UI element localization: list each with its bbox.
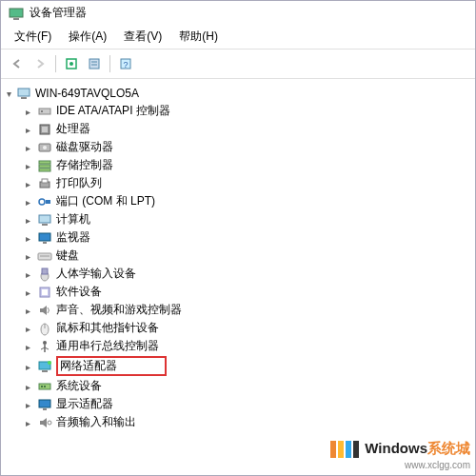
chevron-right-icon[interactable]: ▸	[22, 322, 33, 335]
tree-item-label: 系统设备	[56, 378, 102, 394]
svg-rect-11	[39, 109, 50, 114]
tree-item-ide[interactable]: ▸IDE ATA/ATAPI 控制器	[3, 102, 473, 120]
usb-icon	[37, 339, 52, 354]
tree-item-monitor[interactable]: ▸监视器	[3, 228, 473, 247]
svg-rect-4	[89, 59, 99, 69]
toolbar-separator	[109, 55, 110, 72]
tree-item-label: 计算机	[56, 211, 90, 228]
svg-point-22	[39, 199, 45, 205]
chevron-right-icon[interactable]: ▸	[22, 105, 33, 118]
tree-item-label: 磁盘驱动器	[56, 139, 113, 155]
chevron-right-icon[interactable]: ▸	[22, 416, 33, 429]
tree-item-label: IDE ATA/ATAPI 控制器	[56, 103, 170, 119]
device-tree: ▾ WIN-649TAVQLO5A ▸IDE ATA/ATAPI 控制器▸处理器…	[3, 85, 473, 431]
printq-icon	[37, 176, 52, 191]
tree-item-display[interactable]: ▸显示适配器	[3, 395, 473, 413]
display-icon	[37, 397, 52, 412]
svg-rect-46	[39, 400, 50, 407]
software-icon	[37, 285, 52, 300]
tree-item-ports[interactable]: ▸端口 (COM 和 LPT)	[3, 192, 473, 210]
chevron-right-icon[interactable]: ▸	[22, 398, 33, 411]
tree-item-label: 声音、视频和游戏控制器	[56, 302, 182, 318]
svg-rect-14	[42, 127, 48, 132]
chevron-right-icon[interactable]: ▸	[22, 286, 33, 299]
svg-rect-47	[43, 408, 47, 410]
tree-item-hid[interactable]: ▸人体学输入设备	[3, 265, 473, 283]
toolbar-forward-button[interactable]	[30, 53, 50, 74]
toolbar-help-button[interactable]: ?	[115, 53, 136, 74]
tree-item-network[interactable]: ▸网络适配器	[3, 355, 473, 377]
network-icon	[37, 359, 52, 374]
toolbar-details-button[interactable]	[84, 53, 105, 74]
svg-rect-1	[13, 18, 19, 20]
monitor-icon	[37, 230, 52, 246]
tree-item-computer[interactable]: ▸计算机	[3, 210, 473, 228]
chevron-right-icon[interactable]: ▸	[22, 159, 33, 172]
menu-help[interactable]: 帮助(H)	[171, 27, 226, 47]
chevron-right-icon[interactable]: ▸	[22, 304, 33, 317]
tree-item-sound[interactable]: ▸声音、视频和游戏控制器	[3, 301, 473, 319]
toolbar-back-button[interactable]	[7, 53, 28, 74]
chevron-right-icon[interactable]: ▸	[22, 249, 33, 263]
tree-item-label: 键盘	[56, 248, 79, 264]
svg-rect-23	[46, 200, 50, 204]
tree-item-cpu[interactable]: ▸处理器	[3, 120, 473, 138]
chevron-right-icon[interactable]: ▸	[22, 360, 33, 373]
svg-point-48	[48, 421, 51, 425]
chevron-right-icon[interactable]: ▸	[22, 268, 33, 281]
svg-rect-17	[39, 161, 50, 164]
tree-item-audio[interactable]: ▸音频输入和输出	[3, 413, 473, 431]
keyboard-icon	[37, 248, 52, 264]
disk-icon	[37, 140, 52, 155]
storage-icon	[37, 158, 52, 173]
chevron-right-icon[interactable]: ▸	[22, 195, 33, 208]
chevron-right-icon[interactable]: ▸	[22, 340, 33, 353]
svg-point-16	[43, 146, 47, 149]
tree-item-mouse[interactable]: ▸鼠标和其他指针设备	[3, 319, 473, 337]
svg-rect-27	[43, 242, 47, 244]
svg-rect-33	[42, 289, 48, 295]
ide-icon	[37, 104, 52, 119]
watermark: Windows系统城 www.xclgg.com	[330, 440, 470, 470]
svg-rect-18	[39, 165, 50, 168]
cpu-icon	[37, 122, 52, 137]
chevron-right-icon[interactable]: ▸	[22, 141, 33, 154]
tree-item-system[interactable]: ▸系统设备	[3, 377, 473, 395]
ports-icon	[37, 194, 52, 209]
menu-view[interactable]: 查看(V)	[116, 27, 169, 47]
svg-rect-0	[10, 9, 23, 17]
tree-item-software[interactable]: ▸软件设备	[3, 283, 473, 301]
svg-rect-21	[42, 179, 48, 183]
svg-rect-24	[39, 215, 50, 223]
tree-item-disk[interactable]: ▸磁盘驱动器	[3, 138, 473, 156]
tree-item-label: 端口 (COM 和 LPT)	[56, 193, 155, 209]
tree-item-label: 显示适配器	[56, 396, 113, 412]
tree-item-usb[interactable]: ▸通用串行总线控制器	[3, 337, 473, 355]
hid-icon	[37, 267, 52, 282]
tree-item-label: 音频输入和输出	[56, 414, 136, 430]
chevron-right-icon[interactable]: ▸	[22, 213, 33, 227]
tree-root[interactable]: ▾ WIN-649TAVQLO5A	[3, 85, 473, 102]
tree-item-label: 打印队列	[56, 175, 102, 191]
titlebar: 设备管理器	[1, 1, 475, 25]
mouse-icon	[37, 321, 52, 336]
svg-text:?: ?	[123, 60, 128, 69]
menu-file[interactable]: 文件(F)	[7, 27, 59, 47]
watermark-bars-icon	[330, 441, 359, 458]
tree-item-keyboard[interactable]: ▸键盘	[3, 247, 473, 265]
svg-point-12	[41, 110, 43, 112]
tree-item-label: 网络适配器	[56, 356, 167, 376]
svg-rect-44	[41, 386, 43, 387]
chevron-right-icon[interactable]: ▸	[22, 380, 33, 393]
chevron-right-icon[interactable]: ▸	[22, 231, 33, 245]
chevron-right-icon[interactable]: ▸	[22, 123, 33, 136]
tree-item-label: 通用串行总线控制器	[56, 338, 159, 354]
audio-icon	[37, 415, 52, 430]
expand-icon[interactable]: ▾	[7, 89, 16, 99]
chevron-right-icon[interactable]: ▸	[22, 177, 33, 190]
root-label: WIN-649TAVQLO5A	[35, 87, 139, 100]
tree-item-storage[interactable]: ▸存储控制器	[3, 156, 473, 174]
toolbar-scan-button[interactable]	[61, 53, 82, 74]
menu-action[interactable]: 操作(A)	[61, 27, 114, 47]
tree-item-printq[interactable]: ▸打印队列	[3, 174, 473, 192]
